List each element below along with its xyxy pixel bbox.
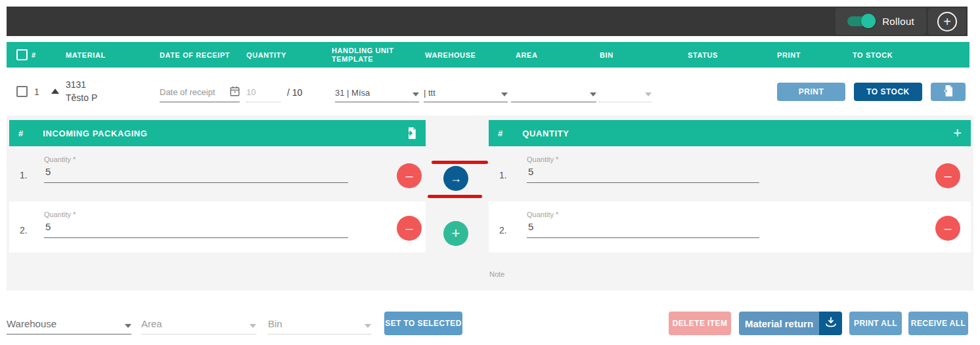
plus-circle-icon: + xyxy=(937,12,957,31)
bulk-area-select: Area xyxy=(141,310,256,335)
incoming-row-1: 1. Quantity * – xyxy=(9,146,426,199)
date-of-receipt-field xyxy=(160,83,240,102)
area-select[interactable] xyxy=(511,83,596,102)
annotation-line-bottom xyxy=(428,195,482,198)
row-checkbox[interactable] xyxy=(16,86,28,97)
col-date: DATE OF RECEIPT xyxy=(160,42,230,68)
chevron-down-icon xyxy=(365,324,371,328)
chevron-down-icon xyxy=(590,92,596,96)
incoming-packaging-title: INCOMING PACKAGING xyxy=(43,129,147,138)
quantity-input[interactable] xyxy=(527,221,759,238)
panel-num-header: # xyxy=(18,129,23,138)
bin-select xyxy=(599,83,652,102)
quantity-label: Quantity * xyxy=(527,211,558,218)
note-label: Note xyxy=(489,270,504,278)
col-num: # xyxy=(32,42,36,68)
download-icon xyxy=(825,317,837,331)
rollout-label: Rollout xyxy=(882,16,914,27)
receive-all-button[interactable]: RECEIVE ALL xyxy=(908,312,968,335)
quantity-label: Quantity * xyxy=(44,211,76,218)
handling-unit-template-select[interactable]: 31 | Mísa xyxy=(335,83,419,102)
collapse-caret-icon[interactable] xyxy=(51,89,59,94)
received-quantity-input xyxy=(246,83,280,100)
top-toolbar: Rollout + xyxy=(7,7,968,36)
document-button[interactable] xyxy=(931,83,966,101)
bulk-bin-label: Bin xyxy=(268,318,282,329)
receive-all-label: RECEIVE ALL xyxy=(911,319,966,328)
material-return-label: Material return xyxy=(745,318,813,329)
material-return-download-button[interactable] xyxy=(819,312,842,335)
set-to-selected-label: SET TO SELECTED xyxy=(385,319,461,328)
quantity-label: Quantity * xyxy=(527,155,558,163)
detail-section: # INCOMING PACKAGING 1. Quantity * – 2. … xyxy=(7,115,973,291)
receipt-page: Rollout + # MATERIAL DATE OF RECEIPT QUA… xyxy=(0,0,980,345)
handling-unit-template-value: 31 | Mísa xyxy=(335,88,370,98)
material-return-button[interactable]: Material return xyxy=(739,312,819,335)
col-material: MATERIAL xyxy=(66,42,106,68)
quantity-input[interactable] xyxy=(527,166,759,183)
col-to-stock: TO STOCK xyxy=(853,42,893,68)
col-warehouse: WAREHOUSE xyxy=(425,42,476,68)
quantity-input[interactable] xyxy=(44,166,348,183)
print-button[interactable]: PRINT xyxy=(777,83,845,101)
to-stock-button[interactable]: TO STOCK xyxy=(854,83,922,101)
print-all-button[interactable]: PRINT ALL xyxy=(849,312,902,335)
date-of-receipt-input[interactable] xyxy=(160,83,240,100)
remove-row-button[interactable]: – xyxy=(397,216,422,241)
col-print: PRINT xyxy=(777,42,801,68)
material-name: Těsto P xyxy=(66,91,97,104)
add-item-button[interactable]: + xyxy=(928,8,966,35)
material-code: 3131 xyxy=(66,78,97,91)
minus-icon: – xyxy=(944,221,951,236)
quantity-label: Quantity * xyxy=(44,155,76,163)
remove-row-button[interactable]: – xyxy=(397,163,422,188)
col-status: STATUS xyxy=(688,42,718,68)
warehouse-value: | ttt xyxy=(424,88,435,98)
transfer-arrow-button[interactable]: → xyxy=(443,166,468,191)
quantity-input[interactable] xyxy=(44,221,348,238)
arrow-right-icon: → xyxy=(450,172,462,186)
plus-icon: + xyxy=(452,225,460,242)
copy-packaging-button[interactable] xyxy=(405,127,416,140)
col-area: AREA xyxy=(516,42,538,68)
row-index: 2. xyxy=(499,225,507,235)
annotation-line-top xyxy=(432,161,488,164)
toggle-knob-icon xyxy=(861,14,876,28)
select-all-checkbox[interactable] xyxy=(16,49,28,60)
print-button-label: PRINT xyxy=(799,87,824,96)
print-all-label: PRINT ALL xyxy=(854,319,897,328)
chevron-down-icon xyxy=(645,92,652,96)
calendar-icon[interactable] xyxy=(230,86,240,99)
col-bin: BIN xyxy=(600,42,613,68)
quantity-row-2: 2. Quantity * – xyxy=(489,201,971,253)
incoming-packaging-header: # INCOMING PACKAGING xyxy=(9,120,426,146)
bulk-warehouse-select[interactable]: Warehouse xyxy=(7,310,131,335)
row-index: 1. xyxy=(499,170,507,180)
document-icon xyxy=(943,85,953,99)
minus-icon: – xyxy=(405,169,412,184)
set-to-selected-button[interactable]: SET TO SELECTED xyxy=(384,312,462,335)
chevron-down-icon xyxy=(501,92,508,96)
chevron-down-icon xyxy=(412,92,419,96)
material-return-group: Material return xyxy=(739,312,842,335)
rollout-toggle[interactable] xyxy=(847,16,874,26)
delete-item-label: DELETE ITEM xyxy=(673,319,728,328)
rollout-section: Rollout xyxy=(835,8,926,35)
quantity-total: / 10 xyxy=(287,87,302,98)
add-packaging-row-button[interactable]: + xyxy=(443,221,468,246)
col-handling-unit-template: HANDLING UNIT TEMPLATE xyxy=(332,42,411,68)
remove-row-button[interactable]: – xyxy=(935,216,960,241)
bulk-area-label: Area xyxy=(141,318,162,329)
delete-item-button[interactable]: DELETE ITEM xyxy=(669,312,731,335)
bulk-bin-select: Bin xyxy=(268,310,371,335)
bulk-warehouse-label: Warehouse xyxy=(7,318,56,329)
warehouse-select[interactable]: | ttt xyxy=(424,83,508,102)
row-index: 1. xyxy=(20,170,28,180)
quantity-panel-title: QUANTITY xyxy=(522,129,569,138)
incoming-row-2: 2. Quantity * – xyxy=(9,201,426,253)
to-stock-button-label: TO STOCK xyxy=(866,87,910,96)
minus-icon: – xyxy=(944,169,951,184)
col-quantity: QUANTITY xyxy=(246,42,286,68)
row-index: 2. xyxy=(20,225,28,235)
remove-row-button[interactable]: – xyxy=(935,163,960,188)
